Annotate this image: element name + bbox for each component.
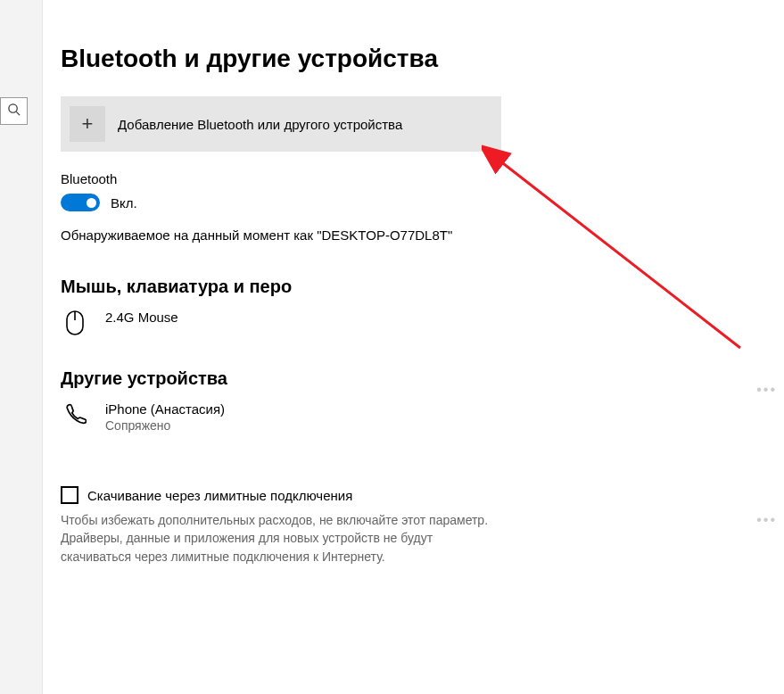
- discoverable-text: Обнаруживаемое на данный момент как "DES…: [61, 227, 784, 243]
- device-name: 2.4G Mouse: [105, 310, 178, 325]
- search-button[interactable]: [0, 97, 28, 125]
- metered-description: Чтобы избежать дополнительных расходов, …: [61, 511, 501, 566]
- svg-point-0: [9, 104, 17, 112]
- bluetooth-label: Bluetooth: [61, 171, 784, 186]
- section-mouse-keyboard-pen-title: Мышь, клавиатура и перо: [61, 277, 784, 297]
- device-row-mouse[interactable]: 2.4G Mouse: [61, 310, 501, 336]
- plus-icon: +: [70, 106, 105, 142]
- svg-line-1: [16, 112, 20, 115]
- device-row-iphone[interactable]: iPhone (Анастасия) Сопряжено: [61, 401, 501, 433]
- page-title: Bluetooth и другие устройства: [61, 45, 784, 73]
- watermark-icon: •••: [756, 512, 777, 528]
- bluetooth-state: Вкл.: [111, 195, 137, 211]
- watermark-icon: •••: [756, 382, 777, 398]
- metered-checkbox[interactable]: [61, 486, 78, 504]
- search-icon: [7, 103, 21, 120]
- device-status: Сопряжено: [105, 418, 225, 433]
- add-device-label: Добавление Bluetooth или другого устройс…: [118, 117, 402, 132]
- phone-icon: [61, 401, 89, 426]
- bluetooth-toggle[interactable]: [61, 194, 100, 211]
- metered-checkbox-label: Скачивание через лимитные подключения: [87, 488, 352, 503]
- add-device-button[interactable]: + Добавление Bluetooth или другого устро…: [61, 96, 501, 152]
- section-other-devices-title: Другие устройства: [61, 368, 784, 389]
- device-name: iPhone (Анастасия): [105, 401, 225, 417]
- mouse-icon: [61, 310, 89, 336]
